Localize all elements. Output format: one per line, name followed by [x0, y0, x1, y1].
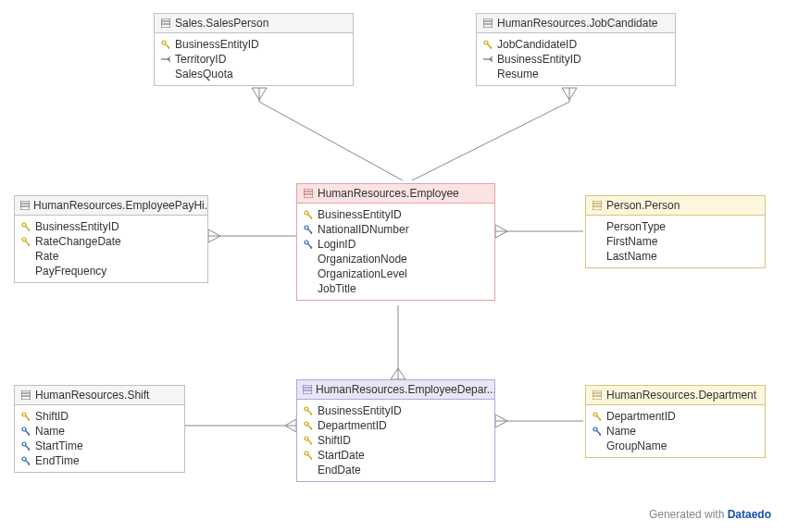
svg-point-50 — [305, 241, 308, 244]
footer-brand[interactable]: Dataedo — [728, 508, 771, 521]
svg-line-8 — [285, 426, 296, 432]
column-row: OrganizationNode — [303, 252, 489, 266]
entity-header: Sales.SalesPerson — [155, 14, 353, 33]
primary-key-icon — [303, 436, 314, 445]
column-name: BusinessEntityID — [175, 38, 259, 51]
primary-key-icon — [160, 40, 171, 49]
entity-sales-salesperson[interactable]: Sales.SalesPerson BusinessEntityIDTerrit… — [154, 13, 354, 86]
column-name: PersonType — [606, 220, 666, 233]
svg-point-44 — [305, 211, 308, 215]
entity-header: HumanResources.Employee — [297, 184, 494, 204]
column-row: EndTime — [20, 453, 179, 468]
svg-point-47 — [305, 226, 308, 229]
primary-key-icon — [303, 451, 314, 460]
primary-key-icon — [20, 237, 31, 246]
entity-header: HumanResources.JobCandidate — [477, 14, 675, 33]
entity-body: BusinessEntityIDTerritoryIDSalesQuota — [155, 33, 353, 85]
column-row: EndDate — [303, 463, 489, 477]
column-row: SalesQuota — [160, 67, 347, 81]
svg-line-81 — [308, 440, 313, 445]
column-name: BusinessEntityID — [497, 53, 581, 66]
svg-line-45 — [308, 215, 313, 219]
entity-person-person[interactable]: Person.Person PersonTypeFirstNameLastNam… — [585, 195, 766, 268]
column-row: BusinessEntityID — [303, 207, 489, 222]
entity-hr-employeepayhistory[interactable]: HumanResources.EmployeePayHi... Business… — [14, 195, 208, 283]
entity-hr-department[interactable]: HumanResources.Department DepartmentIDNa… — [585, 385, 766, 458]
column-row: PersonType — [592, 219, 759, 234]
svg-point-59 — [22, 413, 26, 416]
svg-line-10 — [495, 414, 507, 421]
column-name: SalesQuota — [175, 68, 233, 80]
column-name: Name — [606, 425, 636, 438]
column-name: ShiftID — [318, 434, 351, 447]
svg-line-93 — [597, 431, 602, 436]
entity-title: HumanResources.EmployeeDepar... — [316, 383, 494, 396]
svg-point-89 — [593, 413, 597, 416]
entity-title: HumanResources.EmployeePayHi... — [33, 199, 207, 212]
entity-body: JobCandidateIDBusinessEntityIDResume — [477, 33, 675, 85]
column-row: DepartmentID — [592, 409, 759, 424]
svg-line-5 — [495, 231, 507, 238]
column-name: EndDate — [318, 464, 361, 476]
svg-point-68 — [22, 457, 26, 461]
column-name: StartDate — [318, 449, 365, 462]
foreign-key-icon — [160, 55, 171, 64]
svg-line-60 — [26, 416, 31, 421]
svg-line-36 — [26, 227, 31, 231]
table-icon — [592, 201, 603, 210]
primary-key-icon — [303, 421, 314, 430]
column-row: RateChangeDate — [20, 234, 202, 249]
svg-line-26 — [488, 44, 493, 49]
column-row: Name — [20, 424, 179, 439]
column-name: JobTitle — [318, 282, 356, 295]
primary-key-icon — [20, 222, 31, 231]
column-name: BusinessEntityID — [35, 220, 119, 233]
entity-hr-employeedepthistory[interactable]: HumanResources.EmployeeDepar... Business… — [296, 379, 495, 482]
svg-rect-32 — [20, 201, 30, 210]
entity-body: PersonTypeFirstNameLastName — [586, 216, 765, 267]
column-row: ShiftID — [303, 433, 489, 448]
entity-header: HumanResources.Shift — [15, 386, 184, 405]
column-row: PayFrequency — [20, 264, 202, 278]
svg-rect-22 — [483, 19, 493, 28]
table-icon — [303, 385, 312, 394]
column-name: FirstName — [606, 235, 657, 248]
column-row: StartDate — [303, 448, 489, 463]
entity-header: Person.Person — [586, 196, 765, 216]
svg-point-92 — [593, 427, 597, 431]
table-icon — [592, 390, 603, 400]
unique-key-icon — [592, 427, 603, 436]
entity-title: HumanResources.JobCandidate — [497, 17, 657, 30]
footer-credit: Generated with Dataedo — [649, 508, 771, 521]
footer-prefix: Generated with — [649, 508, 728, 521]
column-row: NationalIDNumber — [303, 222, 489, 237]
entity-body: DepartmentIDNameGroupName — [586, 405, 765, 457]
column-name: GroupName — [606, 439, 667, 452]
column-row: StartTime — [20, 439, 179, 453]
svg-line-16 — [166, 44, 170, 49]
entity-body: ShiftIDNameStartTimeEndTime — [15, 405, 184, 472]
column-row: Resume — [482, 67, 669, 81]
column-row: JobCandidateID — [482, 37, 669, 52]
svg-line-2 — [208, 236, 220, 242]
svg-line-11 — [495, 421, 507, 427]
svg-point-80 — [305, 437, 308, 440]
entity-hr-jobcandidate[interactable]: HumanResources.JobCandidate JobCandidate… — [476, 13, 676, 86]
entity-body: BusinessEntityIDDepartmentIDShiftIDStart… — [297, 400, 494, 481]
svg-line-78 — [308, 426, 313, 430]
svg-point-62 — [22, 427, 26, 431]
column-name: LoginID — [318, 238, 356, 251]
svg-point-74 — [305, 407, 308, 411]
entity-title: HumanResources.Department — [606, 389, 756, 402]
column-name: BusinessEntityID — [318, 208, 402, 221]
svg-point-35 — [22, 223, 26, 227]
column-row: Rate — [20, 249, 202, 264]
entity-hr-shift[interactable]: HumanResources.Shift ShiftIDNameStartTim… — [14, 385, 185, 473]
column-name: Name — [35, 425, 65, 438]
primary-key-icon — [592, 412, 603, 421]
column-row: BusinessEntityID — [20, 219, 202, 234]
entity-hr-employee[interactable]: HumanResources.Employee BusinessEntityID… — [296, 183, 495, 301]
column-row: LastName — [592, 249, 759, 264]
column-name: OrganizationNode — [318, 253, 407, 266]
column-name: PayFrequency — [35, 265, 106, 278]
